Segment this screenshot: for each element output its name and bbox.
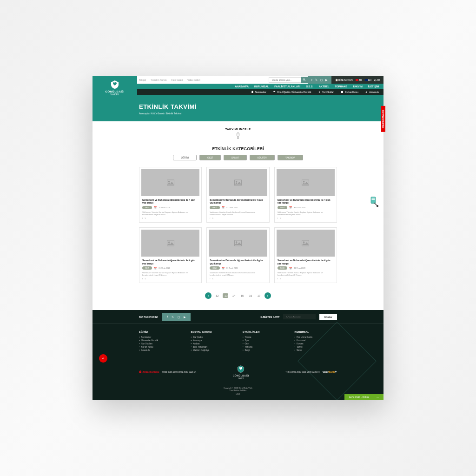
event-card[interactable]: Semerkant ve Buharada öğrencilerimiz ile… [274,167,337,223]
share-fb-icon[interactable]: f [278,217,278,219]
svg-rect-16 [167,240,174,246]
tab-egitim[interactable]: EĞİTİM [173,155,197,160]
nav-item[interactable]: KURUMSAL [254,85,269,88]
instagram-icon[interactable]: ◻ [320,78,323,81]
tab-kultur[interactable]: KÜLTÜR [250,155,275,160]
share-tw-icon[interactable]: 𝕏 [212,217,213,219]
footer-link[interactable]: Spor [243,339,285,342]
lang-tr[interactable]: TR [356,79,362,81]
footer-link[interactable]: Yarışma [243,346,285,348]
event-card[interactable]: Semerkant ve Buharada öğrencilerimiz ile… [139,167,202,223]
newsletter-input[interactable] [283,314,316,319]
catalog-tab[interactable]: ONLINE KATALOG [381,106,385,132]
subnav-item[interactable]: Kur'an Kursu [341,91,358,93]
youtube-icon[interactable]: ▶ [325,78,328,81]
card-title: Semerkant ve Buharada öğrencilerimiz ile… [142,259,198,265]
event-card[interactable]: Semerkant ve Buharada öğrencilerimiz ile… [206,227,269,283]
nav-item[interactable]: İLETİŞİM [368,85,379,88]
footer-link[interactable]: Kumanya [191,339,234,342]
footer-heading: ETKİNLİKLER [243,331,285,333]
footer-link[interactable]: Kurban [191,343,234,345]
card-desc: Vakfımızın Yönetim Kurulu Başkanı Eyican… [142,211,198,216]
page-num[interactable]: 17 [256,294,262,297]
nav-item[interactable]: ANASAYFA [235,85,249,88]
page-num-active[interactable]: 13 [223,293,228,298]
page-prev[interactable]: ‹ [205,292,212,299]
footer-link[interactable]: Anaokulu [139,349,182,351]
footer-link[interactable]: Sergi [243,349,285,351]
subnav-item[interactable]: Yaz Okulları [318,91,335,93]
tab-yakinda[interactable]: YAKINDA [278,155,304,160]
nav-item[interactable]: TAKVİM [353,85,363,88]
newsletter-button[interactable]: Gönder [319,314,337,320]
category-tabs: EĞİTİM GEZİ SANAT KÜLTÜR YAKINDA [93,155,383,160]
svg-point-21 [304,242,305,243]
topbar-links: Takipçi Yönetim Kurulu Foto Galeri Video… [139,79,269,81]
share-fb-icon[interactable]: f [210,217,210,219]
share-tw-icon[interactable]: 𝕏 [212,278,213,280]
share-fb-icon[interactable]: f [142,217,143,219]
svg-point-13 [236,181,237,182]
footer-link[interactable]: Mazlum Coğrafya [191,349,234,351]
top-link[interactable]: Takipçi [139,79,146,81]
nav-item[interactable]: AKTÜEL [319,85,329,88]
tab-sanat[interactable]: SANAT [224,155,247,160]
lang-en[interactable]: EN [365,79,371,81]
top-link[interactable]: Yönetim Kurulu [151,79,166,81]
subnav-item[interactable]: Anaokulu [365,91,379,93]
twitter-icon[interactable]: 𝕏 [172,315,174,318]
share-fb-icon[interactable]: f [278,278,278,280]
card-title: Semerkant ve Buharada öğrencilerimiz ile… [210,259,266,265]
scroll-down-icon [93,132,383,141]
twitter-icon[interactable]: 𝕏 [315,78,317,81]
event-card[interactable]: Semerkant ve Buharada öğrencilerimiz ile… [274,227,337,283]
search-button[interactable] [301,77,308,83]
footer-link[interactable]: Üniversite Hazırlık [139,339,182,342]
page-next[interactable]: › [264,292,271,299]
facebook-icon[interactable]: f [311,79,312,81]
chat-minimize-icon[interactable]: — [377,396,379,398]
section-label: TAKVİMİ İNCELE [93,128,383,131]
page-num[interactable]: 15 [239,294,245,297]
svg-point-11 [168,181,170,182]
share-fb-icon[interactable]: f [210,278,210,280]
nav-item[interactable]: S.S.S. [306,85,313,88]
search-input[interactable] [269,77,301,83]
breadcrumb[interactable]: Anasayfa › Kültür-Sanat › Etkinlik Takvi… [139,112,379,115]
footer-link[interactable]: İftar Çadırı [191,336,234,338]
share-tw-icon[interactable]: 𝕏 [280,217,281,219]
card-date: 31 Ocak 2020 [159,206,170,209]
top-link[interactable]: Video Galeri [187,79,200,81]
page-num[interactable]: 14 [231,294,237,297]
footer-logo: GÖNÜLBAĞI VAKFI [233,362,249,382]
card-badge: GEZİ [210,206,219,209]
instagram-icon[interactable]: ◻ [178,315,180,318]
facebook-icon[interactable]: f [167,315,168,318]
footer-link[interactable]: Gezi [243,343,285,345]
event-card[interactable]: Semerkant ve Buharada öğrencilerimiz ile… [206,167,269,223]
logo-sub: VAKFI [110,93,119,96]
page-num[interactable]: 16 [248,294,253,297]
youtube-icon[interactable]: ▶ [184,315,186,318]
footer-link[interactable]: Seminerler [139,336,182,338]
tab-gezi[interactable]: GEZİ [199,155,221,160]
lang-ar[interactable]: ◐ AR [374,79,380,81]
footer-link[interactable]: Yüzme [243,336,285,338]
footer-link[interactable]: Burs Yardımları [191,346,234,348]
share-fb-icon[interactable]: f [142,278,143,280]
nav-item[interactable]: TOPHANE [335,85,347,88]
chat-widget[interactable]: Let's chat? - Online— [344,394,383,400]
share-tw-icon[interactable]: 𝕏 [280,278,281,280]
subnav-item[interactable]: Orta Öğretim / Üniversite Hazırlık [273,91,311,93]
page-num[interactable]: 12 [214,294,220,297]
share-tw-icon[interactable]: 𝕏 [145,278,146,280]
top-link[interactable]: Foto Galeri [171,79,183,81]
footer-link[interactable]: Yaz Okulları [139,343,182,345]
subnav-item[interactable]: Seminerler [251,91,266,93]
share-tw-icon[interactable]: 𝕏 [145,217,146,219]
nav-item[interactable]: FAALİYET ALANLARI [274,85,300,88]
logo[interactable]: GÖNÜLBAĞI VAKFI [93,76,137,99]
footer-link[interactable]: Kur'an Kursu [139,346,182,348]
event-card[interactable]: Semerkant ve Buharada öğrencilerimiz ile… [139,227,202,283]
login-link[interactable]: 📋 BİZE SORUN [335,79,353,81]
